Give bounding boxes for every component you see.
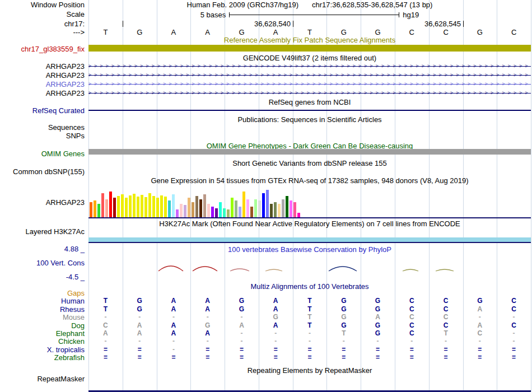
alignment-cell: G	[375, 322, 380, 329]
alignment-cell: G	[375, 330, 380, 337]
reference-base: T	[103, 29, 108, 36]
gencode-gene-track[interactable]: >>>>>>>>>>>>>>>>>>>>>>>>>>>>>>>>>>>>>>>>…	[88, 72, 531, 79]
gtex-bar	[156, 198, 159, 217]
species-label[interactable]: Rhesus	[0, 306, 85, 314]
assembly-name: Human Feb. 2009 (GRCh37/hg19)	[187, 1, 298, 9]
gtex-bar	[199, 199, 202, 217]
gene-direction-arrows: >>>>>>>>>>>>>>>>>>>>>>>>>>>>>>>>>>>>>>>>…	[88, 90, 531, 97]
gtex-bar	[215, 208, 218, 217]
alignment-cell: A	[171, 306, 176, 313]
grid-line	[531, 0, 531, 392]
gtex-bar	[133, 194, 136, 217]
alignment-cell: C	[444, 314, 449, 321]
alignment-cell: C	[444, 306, 449, 313]
gtex-bar	[282, 199, 284, 217]
alignment-cell: T	[307, 297, 311, 305]
fix-patch-bar[interactable]	[88, 45, 531, 52]
alignment-cell: C	[444, 297, 449, 305]
alignment-cell: A	[205, 306, 210, 313]
alignment-cell: -	[513, 330, 515, 337]
alignment-cell: G	[341, 314, 346, 321]
alignment-cell: A	[171, 322, 176, 329]
gencode-gene-track[interactable]: >>>>>>>>>>>>>>>>>>>>>>>>>>>>>>>>>>>>>>>>…	[88, 81, 531, 88]
alignment-cell: -	[513, 338, 515, 345]
reference-base: A	[273, 29, 278, 36]
species-label[interactable]: Elephant	[0, 330, 85, 338]
alignment-cell: =	[342, 346, 346, 353]
gtex-expression-chart[interactable]	[88, 187, 531, 217]
gtex-bar	[137, 197, 139, 217]
alignment-cell: =	[206, 346, 209, 353]
alignment-cell: -	[445, 338, 447, 345]
genome-browser: Window Position Human Feb. 2009 (GRCh37/…	[0, 0, 532, 392]
scale-row: 5 bases hg19	[88, 11, 531, 18]
repeatmasker-label[interactable]: RepeatMasker	[0, 375, 85, 383]
alignment-cell: C	[444, 322, 449, 329]
gencode-gene-label[interactable]: ARHGAP23	[0, 90, 85, 97]
gtex-gene-label[interactable]: ARHGAP23	[0, 199, 85, 207]
alignment-cell: =	[240, 346, 244, 353]
alignment-cell: -	[513, 314, 515, 321]
alignment-cell: =	[307, 354, 311, 361]
common-dbsnp-label[interactable]: Common dbSNP(155)	[0, 168, 85, 176]
alignment-cell: =	[444, 346, 448, 353]
snps-label[interactable]: SNPs	[0, 132, 85, 140]
alignment-cell: C	[511, 306, 516, 313]
species-label[interactable]: Dog	[0, 322, 85, 330]
gtex-bar	[109, 192, 112, 217]
alignment-cell: -	[410, 338, 413, 345]
reference-base: C	[443, 29, 448, 36]
h3k27ac-label[interactable]: Layered H3K27Ac	[0, 228, 85, 236]
reference-base: G	[137, 29, 142, 36]
alignment-cell: -	[104, 338, 106, 345]
gencode-gene-track[interactable]: >>>>>>>>>>>>>>>>>>>>>>>>>>>>>>>>>>>>>>>>…	[88, 63, 531, 70]
sequences-label[interactable]: Sequences	[0, 124, 85, 132]
gtex-bar	[180, 204, 183, 217]
gtex-bar	[246, 199, 249, 217]
coordinate-value: 36,628,545	[394, 20, 461, 27]
alignment-cell: -	[377, 338, 379, 345]
gtex-bar	[266, 190, 269, 217]
gtex-bar	[239, 207, 241, 217]
gtex-bar	[242, 192, 245, 217]
alignment-cell: =	[138, 346, 142, 353]
scale-label: Scale	[0, 11, 85, 18]
alignment-cell: =	[138, 354, 142, 361]
window-position-label: Window Position	[0, 1, 85, 9]
fix-patch-label[interactable]: chr17_gl383559_fix	[0, 45, 85, 53]
reference-base: C	[511, 29, 516, 36]
gtex-bar	[94, 200, 96, 217]
species-label[interactable]: Human	[0, 297, 85, 305]
gtex-bar	[227, 209, 230, 217]
alignment-cell: T	[307, 322, 311, 329]
refseq-curated-label[interactable]: RefSeq Curated	[0, 107, 85, 115]
gtex-bar	[148, 193, 151, 217]
alignment-cell: G	[239, 306, 244, 313]
gtex-bar	[250, 207, 253, 217]
gencode-gene-label[interactable]: ARHGAP23	[0, 72, 85, 80]
species-label[interactable]: Zebrafish	[0, 354, 85, 362]
alignment-cell: G	[137, 306, 142, 313]
repeatmasker-title: Repeating Elements by RepeatMasker	[88, 367, 531, 375]
omim-genes-label[interactable]: OMIM Genes	[0, 150, 85, 158]
species-label[interactable]: Mouse	[0, 314, 85, 321]
gene-direction-arrows: >>>>>>>>>>>>>>>>>>>>>>>>>>>>>>>>>>>>>>>>…	[88, 63, 531, 70]
h3k27ac-band[interactable]	[88, 237, 531, 242]
species-label[interactable]: X. tropicalis	[0, 346, 85, 354]
gtex-bar	[258, 200, 261, 217]
conservation-label[interactable]: 100 Vert. Cons	[0, 259, 85, 267]
refseq-curated-track[interactable]	[88, 110, 531, 111]
species-label[interactable]: Gaps	[0, 290, 85, 297]
gencode-gene-label[interactable]: ARHGAP23	[0, 63, 85, 71]
alignment-cell: C	[477, 330, 482, 337]
alignment-cell: -	[274, 338, 277, 345]
species-label[interactable]: Chicken	[0, 338, 85, 346]
gencode-gene-track[interactable]: >>>>>>>>>>>>>>>>>>>>>>>>>>>>>>>>>>>>>>>>…	[88, 90, 531, 97]
alignment-cell: -	[172, 314, 175, 321]
reference-base: G	[239, 29, 244, 36]
alignment-cell: -	[172, 338, 175, 345]
gencode-gene-label[interactable]: ARHGAP23	[0, 81, 85, 88]
alignment-cell: A	[171, 297, 176, 305]
omim-genes-bar[interactable]	[88, 149, 531, 155]
alignment-cell: =	[104, 346, 108, 353]
